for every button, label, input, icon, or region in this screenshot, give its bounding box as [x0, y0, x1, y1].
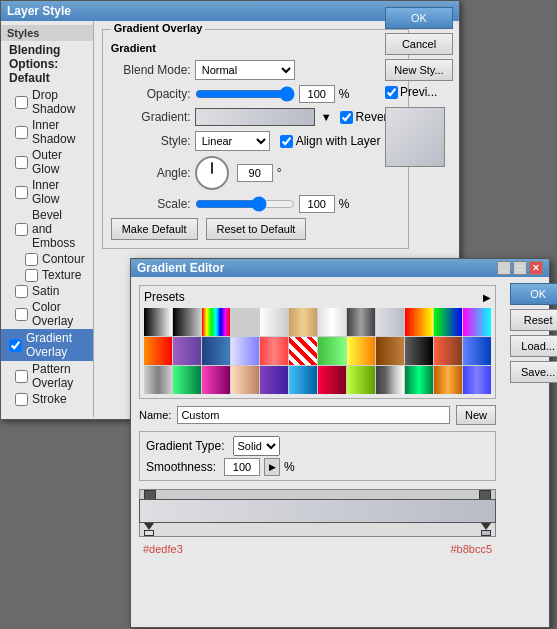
texture-item[interactable]: Texture — [1, 267, 93, 283]
preset-item[interactable] — [347, 308, 375, 336]
preset-item[interactable] — [434, 337, 462, 365]
ge-load-button[interactable]: Load... — [510, 335, 557, 357]
color-stop-left[interactable] — [144, 523, 154, 536]
ge-save-button[interactable]: Save... — [510, 361, 557, 383]
ge-gradient-bar[interactable] — [139, 499, 496, 523]
opacity-input[interactable] — [299, 85, 335, 103]
presets-arrow-icon[interactable]: ▶ — [483, 292, 491, 303]
preset-item[interactable] — [318, 337, 346, 365]
pattern-overlay-item[interactable]: Pattern Overlay — [1, 361, 93, 391]
preset-item[interactable] — [202, 308, 230, 336]
preset-item[interactable] — [463, 366, 491, 394]
preset-item[interactable] — [144, 337, 172, 365]
drop-shadow-item[interactable]: Drop Shadow — [1, 87, 93, 117]
preset-item[interactable] — [144, 366, 172, 394]
color-overlay-check[interactable] — [15, 308, 28, 321]
ge-reset-button[interactable]: Reset — [510, 309, 557, 331]
contour-item[interactable]: Contour — [1, 251, 93, 267]
preset-item[interactable] — [318, 366, 346, 394]
color-stop-right[interactable] — [481, 523, 491, 536]
satin-item[interactable]: Satin — [1, 283, 93, 299]
maximize-button[interactable]: □ — [513, 261, 527, 275]
gradient-overlay-item[interactable]: Gradient Overlay — [1, 329, 93, 361]
outer-glow-check[interactable] — [15, 156, 28, 169]
preset-item[interactable] — [144, 308, 172, 336]
preset-item[interactable] — [405, 366, 433, 394]
angle-dial[interactable] — [195, 156, 229, 190]
preset-item[interactable] — [405, 337, 433, 365]
ge-ok-button[interactable]: OK — [510, 283, 557, 305]
preset-item[interactable] — [260, 337, 288, 365]
inner-glow-item[interactable]: Inner Glow — [1, 177, 93, 207]
inner-shadow-item[interactable]: Inner Shadow — [1, 117, 93, 147]
satin-check[interactable] — [15, 285, 28, 298]
preset-item[interactable] — [260, 366, 288, 394]
preset-item[interactable] — [173, 337, 201, 365]
stroke-check[interactable] — [15, 393, 28, 406]
preset-item[interactable] — [376, 366, 404, 394]
preset-item[interactable] — [260, 308, 288, 336]
preset-item[interactable] — [434, 308, 462, 336]
gradient-overlay-section: Gradient Overlay Gradient Blend Mode: No… — [102, 29, 410, 249]
preset-item[interactable] — [289, 308, 317, 336]
reset-to-default-button[interactable]: Reset to Default — [206, 218, 307, 240]
preset-item[interactable] — [173, 308, 201, 336]
preset-item[interactable] — [289, 366, 317, 394]
inner-glow-check[interactable] — [15, 186, 28, 199]
close-button[interactable]: ✕ — [529, 261, 543, 275]
preset-item[interactable] — [434, 366, 462, 394]
name-input[interactable] — [177, 406, 450, 424]
smoothness-row: Smoothness: ▶ % — [146, 458, 489, 476]
preset-item[interactable] — [231, 337, 259, 365]
stroke-item[interactable]: Stroke — [1, 391, 93, 407]
gradient-overlay-check[interactable] — [9, 339, 22, 352]
color-overlay-item[interactable]: Color Overlay — [1, 299, 93, 329]
inner-shadow-check[interactable] — [15, 126, 28, 139]
preset-item[interactable] — [405, 308, 433, 336]
preset-item[interactable] — [202, 337, 230, 365]
make-default-button[interactable]: Make Default — [111, 218, 198, 240]
opacity-unit: % — [339, 87, 350, 101]
bevel-emboss-check[interactable] — [15, 223, 28, 236]
opacity-slider[interactable] — [195, 87, 295, 101]
texture-check[interactable] — [25, 269, 38, 282]
scale-input[interactable] — [299, 195, 335, 213]
smoothness-stepper[interactable]: ▶ — [264, 458, 280, 476]
blend-mode-select[interactable]: Normal — [195, 60, 295, 80]
angle-input[interactable] — [237, 164, 273, 182]
new-gradient-button[interactable]: New — [456, 405, 496, 425]
contour-check[interactable] — [25, 253, 38, 266]
smoothness-input[interactable] — [224, 458, 260, 476]
preset-item[interactable] — [347, 366, 375, 394]
preset-item[interactable] — [289, 337, 317, 365]
dropdown-arrow-gradient[interactable]: ▼ — [321, 111, 332, 123]
drop-shadow-check[interactable] — [15, 96, 28, 109]
align-layer-check[interactable] — [280, 135, 293, 148]
new-style-button[interactable]: New Sty... — [385, 59, 453, 81]
style-select[interactable]: Linear — [195, 131, 270, 151]
preset-item[interactable] — [173, 366, 201, 394]
outer-glow-item[interactable]: Outer Glow — [1, 147, 93, 177]
bevel-emboss-item[interactable]: Bevel and Emboss — [1, 207, 93, 251]
preview-check[interactable] — [385, 86, 398, 99]
sidebar: Styles Blending Options: Default Drop Sh… — [1, 21, 94, 417]
gradient-preview[interactable] — [195, 108, 315, 126]
reverse-check[interactable] — [340, 111, 353, 124]
pattern-overlay-check[interactable] — [15, 370, 28, 383]
gradient-type-section: Gradient Type: Solid Smoothness: ▶ % — [139, 431, 496, 481]
preset-item[interactable] — [347, 337, 375, 365]
cancel-button[interactable]: Cancel — [385, 33, 453, 55]
preset-item[interactable] — [376, 308, 404, 336]
preset-item[interactable] — [463, 337, 491, 365]
minimize-button[interactable]: _ — [497, 261, 511, 275]
preset-item[interactable] — [463, 308, 491, 336]
preset-item[interactable] — [202, 366, 230, 394]
gradient-type-select[interactable]: Solid — [233, 436, 280, 456]
preset-item[interactable] — [318, 308, 346, 336]
scale-slider[interactable] — [195, 197, 295, 211]
preset-item[interactable] — [231, 308, 259, 336]
preset-item[interactable] — [231, 366, 259, 394]
preset-item[interactable] — [376, 337, 404, 365]
blending-options-item[interactable]: Blending Options: Default — [1, 41, 93, 87]
ok-button[interactable]: OK — [385, 7, 453, 29]
